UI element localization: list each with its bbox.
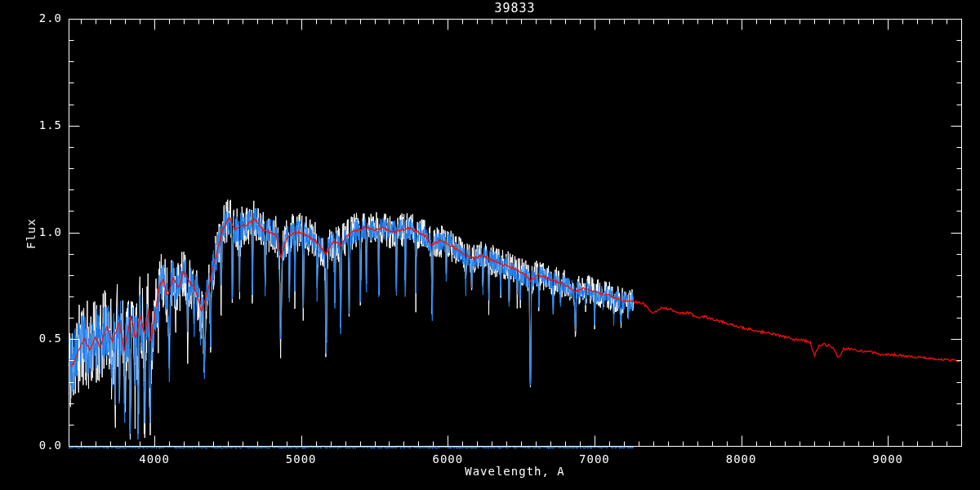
x-tick-label: 8000 [713, 452, 770, 466]
spectrum-canvas [0, 0, 980, 490]
y-tick-label: 1.0 [21, 225, 62, 238]
plot-title: 39833 [69, 1, 961, 16]
y-tick-label: 2.0 [21, 11, 62, 24]
x-tick-label: 6000 [419, 452, 476, 466]
y-tick-label: 0.5 [21, 332, 62, 345]
spectrum-figure: 39833 Wavelength, A Flux 400050006000700… [0, 0, 980, 490]
x-tick-label: 4000 [126, 452, 183, 466]
y-tick-label: 1.5 [21, 118, 62, 131]
x-tick-label: 9000 [859, 452, 916, 466]
x-axis-title: Wavelength, A [69, 465, 961, 478]
y-tick-label: 0.0 [21, 439, 62, 452]
x-tick-label: 5000 [273, 452, 330, 466]
x-tick-label: 7000 [566, 452, 623, 466]
